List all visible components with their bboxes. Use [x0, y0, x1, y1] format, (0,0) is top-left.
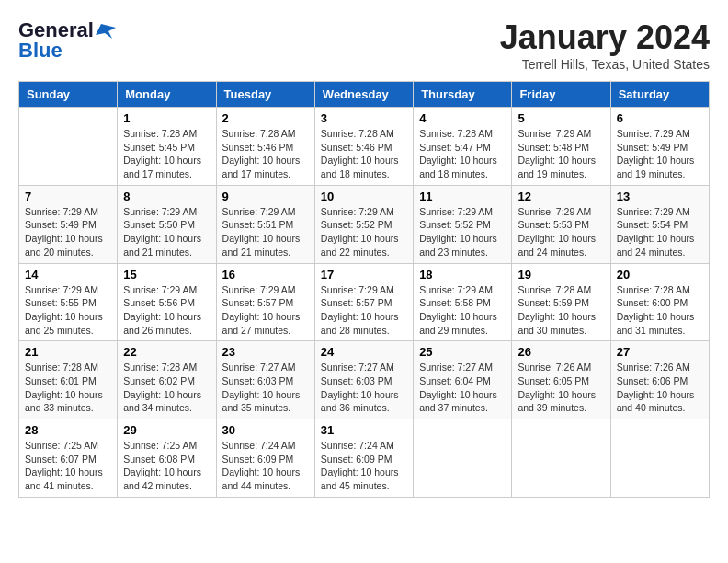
day-info: Sunrise: 7:24 AMSunset: 6:09 PMDaylight:…	[321, 439, 407, 493]
calendar-week-row: 28 Sunrise: 7:25 AMSunset: 6:07 PMDaylig…	[19, 419, 710, 498]
day-info: Sunrise: 7:27 AMSunset: 6:03 PMDaylight:…	[321, 361, 407, 415]
calendar-cell: 28 Sunrise: 7:25 AMSunset: 6:07 PMDaylig…	[19, 419, 118, 498]
day-info: Sunrise: 7:29 AMSunset: 5:52 PMDaylight:…	[321, 205, 407, 259]
day-number: 15	[123, 268, 210, 282]
calendar-week-row: 14 Sunrise: 7:29 AMSunset: 5:55 PMDaylig…	[19, 263, 710, 341]
day-number: 30	[222, 423, 309, 437]
calendar-cell: 25 Sunrise: 7:27 AMSunset: 6:04 PMDaylig…	[414, 341, 512, 419]
day-number: 9	[222, 190, 309, 203]
calendar-table: SundayMondayTuesdayWednesdayThursdayFrid…	[18, 81, 710, 498]
day-number: 17	[321, 268, 407, 282]
column-header-thursday: Thursday	[414, 82, 512, 108]
calendar-cell: 9 Sunrise: 7:29 AMSunset: 5:51 PMDayligh…	[216, 185, 314, 263]
calendar-cell: 18 Sunrise: 7:29 AMSunset: 5:58 PMDaylig…	[414, 263, 512, 341]
calendar-cell: 6 Sunrise: 7:29 AMSunset: 5:49 PMDayligh…	[610, 108, 709, 186]
day-info: Sunrise: 7:29 AMSunset: 5:53 PMDaylight:…	[518, 205, 604, 259]
day-info: Sunrise: 7:29 AMSunset: 5:48 PMDaylight:…	[518, 127, 604, 181]
day-info: Sunrise: 7:28 AMSunset: 5:46 PMDaylight:…	[222, 127, 309, 181]
day-info: Sunrise: 7:27 AMSunset: 6:04 PMDaylight:…	[419, 361, 506, 415]
day-number: 5	[518, 111, 604, 125]
logo-bird-icon	[96, 22, 116, 39]
calendar-cell: 20 Sunrise: 7:28 AMSunset: 6:00 PMDaylig…	[610, 263, 709, 341]
day-info: Sunrise: 7:28 AMSunset: 5:46 PMDaylight:…	[321, 127, 407, 181]
day-info: Sunrise: 7:25 AMSunset: 6:08 PMDaylight:…	[123, 439, 210, 493]
page-header: General Blue January 2024 Terrell Hills,…	[18, 18, 710, 72]
day-number: 25	[419, 345, 506, 359]
day-number: 22	[123, 345, 210, 359]
day-number: 12	[518, 190, 604, 203]
calendar-cell: 2 Sunrise: 7:28 AMSunset: 5:46 PMDayligh…	[216, 108, 314, 186]
calendar-cell: 12 Sunrise: 7:29 AMSunset: 5:53 PMDaylig…	[512, 185, 610, 263]
day-number: 16	[222, 268, 309, 282]
title-area: January 2024 Terrell Hills, Texas, Unite…	[500, 18, 710, 72]
calendar-cell: 15 Sunrise: 7:29 AMSunset: 5:56 PMDaylig…	[118, 263, 216, 341]
day-number: 7	[25, 190, 111, 203]
day-number: 3	[321, 111, 407, 125]
day-info: Sunrise: 7:26 AMSunset: 6:05 PMDaylight:…	[518, 361, 604, 415]
day-info: Sunrise: 7:29 AMSunset: 5:56 PMDaylight:…	[123, 283, 210, 338]
calendar-header-row: SundayMondayTuesdayWednesdayThursdayFrid…	[19, 82, 710, 108]
day-info: Sunrise: 7:29 AMSunset: 5:54 PMDaylight:…	[617, 205, 703, 259]
calendar-cell: 7 Sunrise: 7:29 AMSunset: 5:49 PMDayligh…	[19, 185, 118, 263]
day-info: Sunrise: 7:25 AMSunset: 6:07 PMDaylight:…	[25, 439, 111, 493]
calendar-week-row: 1 Sunrise: 7:28 AMSunset: 5:45 PMDayligh…	[19, 108, 710, 186]
column-header-wednesday: Wednesday	[314, 82, 413, 108]
calendar-cell: 8 Sunrise: 7:29 AMSunset: 5:50 PMDayligh…	[118, 185, 216, 263]
day-number: 1	[123, 111, 210, 125]
calendar-cell: 16 Sunrise: 7:29 AMSunset: 5:57 PMDaylig…	[216, 263, 314, 341]
day-info: Sunrise: 7:29 AMSunset: 5:51 PMDaylight:…	[222, 205, 309, 259]
day-info: Sunrise: 7:28 AMSunset: 5:59 PMDaylight:…	[518, 283, 604, 338]
day-number: 8	[123, 190, 210, 203]
day-number: 2	[222, 111, 309, 125]
day-info: Sunrise: 7:29 AMSunset: 5:57 PMDaylight:…	[222, 283, 309, 338]
location: Terrell Hills, Texas, United States	[500, 57, 710, 72]
day-info: Sunrise: 7:29 AMSunset: 5:57 PMDaylight:…	[321, 283, 407, 338]
column-header-monday: Monday	[118, 82, 216, 108]
calendar-cell	[512, 419, 610, 498]
calendar-cell: 5 Sunrise: 7:29 AMSunset: 5:48 PMDayligh…	[512, 108, 610, 186]
day-number: 11	[419, 190, 506, 203]
day-info: Sunrise: 7:26 AMSunset: 6:06 PMDaylight:…	[617, 361, 703, 415]
calendar-cell: 26 Sunrise: 7:26 AMSunset: 6:05 PMDaylig…	[512, 341, 610, 419]
day-info: Sunrise: 7:29 AMSunset: 5:50 PMDaylight:…	[123, 205, 210, 259]
day-number: 20	[617, 268, 703, 282]
calendar-cell: 31 Sunrise: 7:24 AMSunset: 6:09 PMDaylig…	[314, 419, 413, 498]
calendar-cell: 30 Sunrise: 7:24 AMSunset: 6:09 PMDaylig…	[216, 419, 314, 498]
column-header-saturday: Saturday	[610, 82, 709, 108]
day-number: 4	[419, 111, 506, 125]
day-number: 21	[25, 345, 111, 359]
day-info: Sunrise: 7:29 AMSunset: 5:49 PMDaylight:…	[25, 205, 111, 259]
calendar-cell	[414, 419, 512, 498]
day-number: 29	[123, 423, 210, 437]
day-info: Sunrise: 7:28 AMSunset: 5:47 PMDaylight:…	[419, 127, 506, 181]
day-info: Sunrise: 7:28 AMSunset: 6:00 PMDaylight:…	[617, 283, 703, 338]
calendar-week-row: 21 Sunrise: 7:28 AMSunset: 6:01 PMDaylig…	[19, 341, 710, 419]
day-number: 14	[25, 268, 111, 282]
calendar-cell	[610, 419, 709, 498]
day-info: Sunrise: 7:29 AMSunset: 5:49 PMDaylight:…	[617, 127, 703, 181]
calendar-cell: 23 Sunrise: 7:27 AMSunset: 6:03 PMDaylig…	[216, 341, 314, 419]
month-title: January 2024	[500, 18, 710, 57]
calendar-cell: 11 Sunrise: 7:29 AMSunset: 5:52 PMDaylig…	[414, 185, 512, 263]
calendar-cell: 29 Sunrise: 7:25 AMSunset: 6:08 PMDaylig…	[118, 419, 216, 498]
svg-marker-0	[96, 24, 116, 39]
logo: General Blue	[18, 18, 116, 63]
calendar-cell: 24 Sunrise: 7:27 AMSunset: 6:03 PMDaylig…	[314, 341, 413, 419]
calendar-cell: 13 Sunrise: 7:29 AMSunset: 5:54 PMDaylig…	[610, 185, 709, 263]
logo-blue: Blue	[18, 39, 63, 63]
calendar-cell: 4 Sunrise: 7:28 AMSunset: 5:47 PMDayligh…	[414, 108, 512, 186]
calendar-cell: 17 Sunrise: 7:29 AMSunset: 5:57 PMDaylig…	[314, 263, 413, 341]
day-number: 18	[419, 268, 506, 282]
calendar-cell: 19 Sunrise: 7:28 AMSunset: 5:59 PMDaylig…	[512, 263, 610, 341]
calendar-week-row: 7 Sunrise: 7:29 AMSunset: 5:49 PMDayligh…	[19, 185, 710, 263]
column-header-friday: Friday	[512, 82, 610, 108]
day-number: 24	[321, 345, 407, 359]
day-info: Sunrise: 7:27 AMSunset: 6:03 PMDaylight:…	[222, 361, 309, 415]
column-header-tuesday: Tuesday	[216, 82, 314, 108]
day-info: Sunrise: 7:28 AMSunset: 6:01 PMDaylight:…	[25, 361, 111, 415]
calendar-cell: 21 Sunrise: 7:28 AMSunset: 6:01 PMDaylig…	[19, 341, 118, 419]
day-number: 10	[321, 190, 407, 203]
day-info: Sunrise: 7:29 AMSunset: 5:52 PMDaylight:…	[419, 205, 506, 259]
day-number: 6	[617, 111, 703, 125]
calendar-cell: 14 Sunrise: 7:29 AMSunset: 5:55 PMDaylig…	[19, 263, 118, 341]
